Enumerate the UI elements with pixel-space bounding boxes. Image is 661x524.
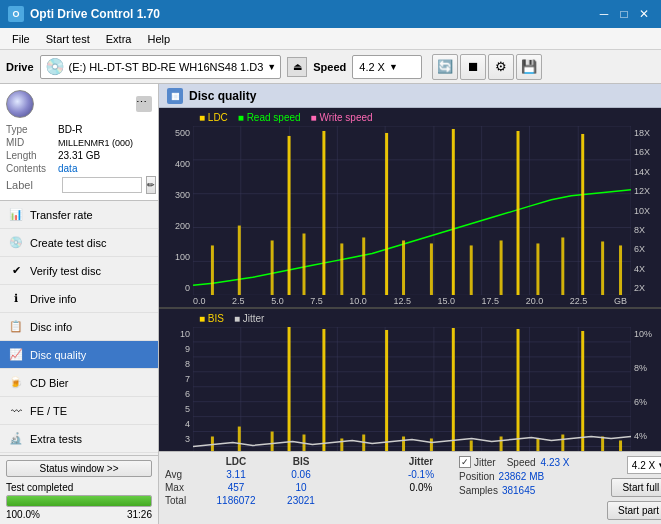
start-part-button[interactable]: Start part <box>607 501 661 520</box>
menu-start-test[interactable]: Start test <box>38 31 98 47</box>
svg-rect-21 <box>303 234 306 296</box>
refresh-button[interactable]: 🔄 <box>432 54 458 80</box>
mid-label: MID <box>6 137 58 148</box>
label-input[interactable] <box>62 177 142 193</box>
stats-row-total: Total 1186072 23021 <box>165 495 451 506</box>
svg-rect-24 <box>362 237 365 295</box>
minimize-button[interactable]: ─ <box>595 5 613 23</box>
save-button[interactable]: 💾 <box>516 54 542 80</box>
svg-rect-19 <box>271 240 274 295</box>
avg-label: Avg <box>165 469 201 480</box>
speed-dropdown-arrow-icon: ▼ <box>657 461 661 470</box>
svg-rect-75 <box>561 435 564 451</box>
start-full-button[interactable]: Start full <box>611 478 661 497</box>
menu-help[interactable]: Help <box>139 31 178 47</box>
eject-button[interactable]: ⏏ <box>287 57 307 77</box>
legend-bis: ■ BIS <box>199 313 224 324</box>
svg-rect-26 <box>402 240 405 295</box>
chart-panel: ▦ Disc quality ■ LDC ■ Read speed ■ Writ… <box>159 84 661 524</box>
verify-test-disc-icon: ✔ <box>8 263 24 279</box>
contents-label: Contents <box>6 163 58 174</box>
stats-right-controls: 4.2 X ▼ Start full Start part <box>607 456 661 520</box>
maximize-button[interactable]: □ <box>615 5 633 23</box>
menu-file[interactable]: File <box>4 31 38 47</box>
y2-label-5: 5 <box>159 404 190 414</box>
chart-title: Disc quality <box>189 89 256 103</box>
sidebar-item-transfer-rate[interactable]: 📊 Transfer rate <box>0 201 158 229</box>
sidebar-item-extra-tests[interactable]: 🔬 Extra tests <box>0 425 158 453</box>
drive-selector[interactable]: 💿 (E:) HL-DT-ST BD-RE WH16NS48 1.D3 ▼ <box>40 55 282 79</box>
menu-bar: File Start test Extra Help <box>0 28 661 50</box>
total-ldc: 1186072 <box>201 495 271 506</box>
bottom-chart-container: ■ BIS ■ Jitter 10 9 8 7 6 5 4 3 2 <box>159 309 661 451</box>
y-right-14x: 14X <box>634 167 661 177</box>
stats-area: LDC BIS Jitter Avg 3.11 0.06 -0.1% Max 4… <box>159 451 661 524</box>
legend-write-speed: ■ Write speed <box>311 112 373 123</box>
x-label-22-5: 22.5 <box>570 296 588 306</box>
speed-value: 4.2 X <box>359 61 385 73</box>
legend-ldc: ■ LDC <box>199 112 228 123</box>
speed-stat-value: 4.23 X <box>541 457 570 468</box>
svg-rect-31 <box>517 131 520 295</box>
svg-rect-17 <box>211 245 214 295</box>
col-header-empty <box>165 456 201 467</box>
svg-rect-71 <box>470 441 473 451</box>
svg-rect-76 <box>581 331 584 451</box>
settings-button[interactable]: ⚙ <box>488 54 514 80</box>
top-chart-container: ■ LDC ■ Read speed ■ Write speed 500 400… <box>159 108 661 309</box>
x-label-17-5: 17.5 <box>482 296 500 306</box>
y2-label-8: 8 <box>159 359 190 369</box>
y-label-0: 0 <box>159 283 190 293</box>
position-label: Position <box>459 471 495 482</box>
status-window-button[interactable]: Status window >> <box>6 460 152 477</box>
svg-rect-68 <box>402 437 405 451</box>
sidebar-item-cd-bier[interactable]: 🍺 CD Bier <box>0 369 158 397</box>
max-ldc: 457 <box>201 482 271 493</box>
bottom-chart-svg <box>193 327 631 451</box>
svg-rect-65 <box>340 439 343 451</box>
status-area: Status window >> Test completed 100.0% 3… <box>0 455 158 524</box>
stats-row-avg: Avg 3.11 0.06 -0.1% <box>165 469 451 480</box>
close-button[interactable]: ✕ <box>635 5 653 23</box>
chart-header-icon: ▦ <box>167 88 183 104</box>
y2-right-4pct: 4% <box>634 431 661 441</box>
disc-options-icon[interactable]: ⋯ <box>136 96 152 112</box>
menu-extra[interactable]: Extra <box>98 31 140 47</box>
x-label-5: 5.0 <box>271 296 284 306</box>
svg-rect-77 <box>601 437 604 451</box>
y-right-12x: 12X <box>634 186 661 196</box>
avg-bis: 0.06 <box>271 469 331 480</box>
speed-dropdown[interactable]: 4.2 X ▼ <box>627 456 661 474</box>
svg-rect-34 <box>581 134 584 295</box>
sidebar-item-create-test-disc[interactable]: 💿 Create test disc <box>0 229 158 257</box>
y2-label-6: 6 <box>159 389 190 399</box>
col-header-ldc: LDC <box>201 456 271 467</box>
label-label: Label <box>6 179 58 191</box>
x-label-12-5: 12.5 <box>393 296 411 306</box>
sidebar-item-verify-test-disc[interactable]: ✔ Verify test disc <box>0 257 158 285</box>
svg-rect-60 <box>238 427 241 451</box>
svg-rect-59 <box>211 437 214 451</box>
y-label-100: 100 <box>159 252 190 262</box>
jitter-checkbox[interactable]: ✓ <box>459 456 471 468</box>
svg-rect-37 <box>193 327 631 451</box>
x-unit-top: GB <box>614 296 627 306</box>
create-test-disc-icon: 💿 <box>8 235 24 251</box>
svg-rect-72 <box>500 437 503 451</box>
cd-bier-icon: 🍺 <box>8 375 24 391</box>
sidebar-item-drive-info[interactable]: ℹ Drive info <box>0 285 158 313</box>
speed-dropdown-arrow: ▼ <box>389 62 398 72</box>
svg-rect-32 <box>536 243 539 295</box>
sidebar-item-fe-te[interactable]: 〰 FE / TE <box>0 397 158 425</box>
progress-percent: 100.0% <box>6 509 40 520</box>
sidebar-item-disc-info[interactable]: 📋 Disc info <box>0 313 158 341</box>
x-label-7-5: 7.5 <box>310 296 323 306</box>
type-value: BD-R <box>58 124 82 135</box>
label-edit-button[interactable]: ✏ <box>146 176 156 194</box>
svg-rect-74 <box>536 439 539 451</box>
total-bis: 23021 <box>271 495 331 506</box>
sidebar-item-disc-quality[interactable]: 📈 Disc quality <box>0 341 158 369</box>
stop-button[interactable]: ⏹ <box>460 54 486 80</box>
y2-label-7: 7 <box>159 374 190 384</box>
speed-selector[interactable]: 4.2 X ▼ <box>352 55 422 79</box>
